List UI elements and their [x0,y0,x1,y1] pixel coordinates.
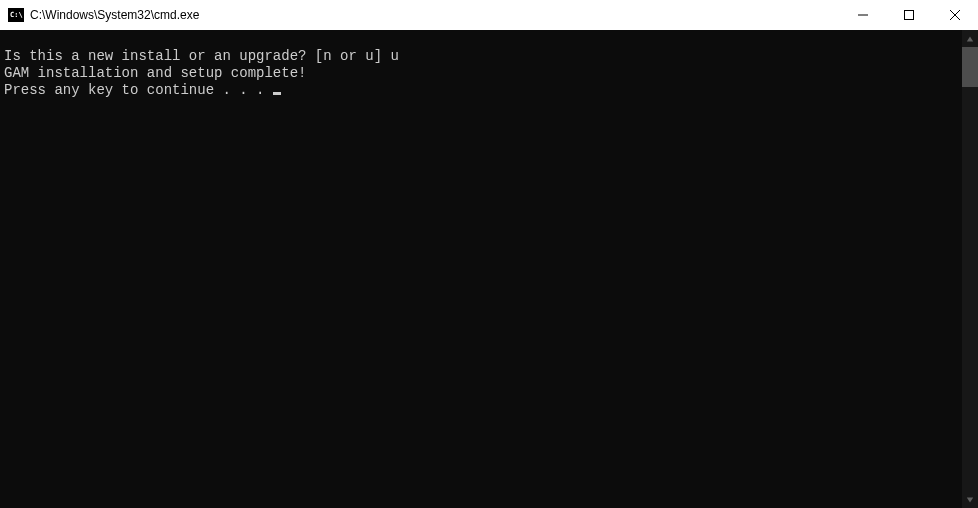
svg-rect-1 [905,11,914,20]
terminal-line: Is this a new install or an upgrade? [n … [4,48,399,64]
scroll-up-button[interactable] [962,30,978,47]
window-controls [840,0,978,30]
terminal-output[interactable]: Is this a new install or an upgrade? [n … [0,30,962,508]
cmd-icon-text: C:\ [10,12,23,19]
terminal-content-area: Is this a new install or an upgrade? [n … [0,30,978,508]
cmd-icon: C:\ [8,8,24,22]
scroll-down-button[interactable] [962,491,978,508]
svg-marker-5 [967,497,973,502]
cursor-icon [273,92,281,95]
close-button[interactable] [932,0,978,30]
window-titlebar: C:\ C:\Windows\System32\cmd.exe [0,0,978,30]
scroll-thumb[interactable] [962,47,978,87]
svg-marker-4 [967,36,973,41]
vertical-scrollbar[interactable] [962,30,978,508]
terminal-line: GAM installation and setup complete! [4,65,306,81]
terminal-line: Press any key to continue . . . [4,82,273,98]
window-title: C:\Windows\System32\cmd.exe [30,8,199,22]
maximize-button[interactable] [886,0,932,30]
minimize-button[interactable] [840,0,886,30]
